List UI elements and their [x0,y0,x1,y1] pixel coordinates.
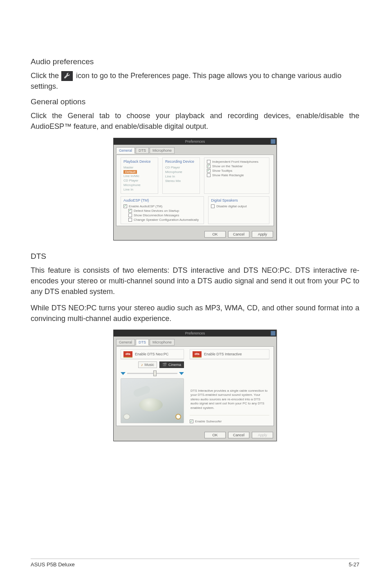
close-icon[interactable] [271,139,276,144]
footer-right: 5-27 [349,561,359,568]
slider-row[interactable] [121,372,184,375]
text-after-icon: icon to go to the Preferences page. This… [31,72,341,90]
checkbox-icon[interactable] [128,218,132,222]
checkbox-icon[interactable] [207,169,211,173]
mode-row: ♪ Music 🎬 Cinema [121,361,184,368]
para-general-desc: Click the General tab to choose your pla… [31,110,359,132]
list-item[interactable]: Line In/Mic [123,174,155,178]
check-row[interactable]: Show Disconnection Messages [123,213,201,218]
para-audio-prefs: Click the icon to go to the Preferences … [31,70,359,92]
check-row[interactable]: Disable digital output [211,204,267,209]
heading-dts: DTS [31,252,359,261]
arrow-down-icon [121,372,126,375]
slider-thumb[interactable] [153,370,157,376]
checkbox-icon[interactable] [211,204,215,208]
check-label: Detect New Devices on Startup [134,209,179,213]
checkbox-icon[interactable] [207,173,211,177]
enable-subwoofer-row[interactable]: Enable Subwoofer [190,420,269,423]
list-item[interactable]: Default [123,170,137,174]
cinema-button[interactable]: 🎬 Cinema [159,361,184,368]
enable-neo-pc-row[interactable]: dts Enable DTS Neo:PC [121,349,184,359]
list-item[interactable]: Master [123,165,155,170]
enable-interactive-label: Enable DTS Interactive [204,352,242,356]
preferences-dialog-general: Preferences General DTS Microphone Playb… [113,138,277,240]
check-label: Disable digital output [216,204,247,208]
tab-microphone[interactable]: Microphone [150,147,175,154]
page-footer: ASUS P5B Deluxe 5-27 [31,559,359,568]
tab-row: General DTS Microphone [116,339,274,346]
audio-esp-label: AudioESP (TM) [123,198,201,202]
cancel-button[interactable]: Cancel [228,432,249,438]
check-row[interactable]: Show Rate Rectangle [207,173,267,177]
cinema-label: Cinema [168,363,181,367]
close-icon[interactable] [271,331,276,336]
music-icon: ♪ [141,363,143,367]
check-label: Change Speaker Configuration Automatical… [134,218,199,222]
heading-audio-preferences: Audio preferences [31,57,359,66]
digital-speakers-group: Digital Speakers Disable digital output [208,196,269,224]
tab-row: General DTS Microphone [116,147,274,154]
dialog-title: Preferences [185,139,205,144]
text-click-the: Click the [31,72,59,80]
ok-button[interactable]: OK [204,231,226,238]
dts-logo-icon: dts [123,351,132,357]
preview-image [121,378,184,423]
preferences-dialog-dts: Preferences General DTS Microphone dts E… [113,330,277,441]
checkbox-icon[interactable] [128,209,132,213]
list-item[interactable]: CD Player [165,165,197,170]
recording-device-label: Recording Device [165,159,197,164]
digital-speakers-label: Digital Speakers [211,198,267,202]
dialog-button-row: OK Cancel Apply [114,429,276,441]
recording-device-group: Recording Device CD Player Microphone Li… [162,157,200,194]
tab-dts[interactable]: DTS [136,147,149,154]
checkbox-icon[interactable] [207,160,211,164]
checkbox-icon[interactable] [190,420,193,423]
dts-logo-icon: dts [193,351,202,357]
check-row[interactable]: Enable AudioESP (TM) [123,204,201,209]
cinema-icon: 🎬 [162,363,167,367]
list-item[interactable]: Line In [123,187,155,192]
tab-dts[interactable]: DTS [136,339,149,346]
list-item[interactable]: Line In [165,174,197,179]
heading-general-options: General options [31,97,359,106]
apply-button[interactable]: Apply [252,231,273,238]
playback-device-group: Playback Device Master Default Line In/M… [121,157,158,194]
checkbox-icon[interactable] [207,164,211,168]
para-dts-2: While DTS NEO:PC turns your stereo audio… [31,303,359,324]
check-label: Show on the Taskbar [212,164,243,168]
dts-left-column: dts Enable DTS Neo:PC ♪ Music 🎬 [121,349,184,423]
ok-button[interactable]: OK [204,432,226,438]
check-label: Independent Front Headphones [212,160,258,164]
check-label: Show Disconnection Messages [134,213,179,217]
tab-microphone[interactable]: Microphone [150,339,175,346]
preferences-icon [61,71,73,81]
list-item[interactable]: Microphone [123,183,155,187]
list-item[interactable]: Stereo Mix [165,179,197,183]
check-row[interactable]: Show on the Taskbar [207,164,267,168]
list-item[interactable]: CD Player [123,178,155,183]
check-row[interactable]: Show Tooltips [207,168,267,173]
check-row[interactable]: Change Speaker Configuration Automatical… [123,218,201,222]
playback-device-label: Playback Device [123,159,155,164]
dialog-titlebar: Preferences [114,330,276,337]
check-label: Show Rate Rectangle [212,173,244,177]
list-item[interactable]: Microphone [165,170,197,174]
dialog-button-row: OK Cancel Apply [114,229,276,240]
para-dts-1: This feature is consists of two elements… [31,265,359,297]
dts-right-column: dts Enable DTS Interactive DTS Interacti… [190,349,269,423]
check-row[interactable]: Independent Front Headphones [207,159,267,164]
enable-interactive-row[interactable]: dts Enable DTS Interactive [190,349,269,359]
music-button[interactable]: ♪ Music [138,361,157,368]
checkbox-icon[interactable] [128,213,132,217]
slider-track[interactable] [127,373,177,374]
dts-description: DTS Interactive provides a single cable … [190,389,269,411]
dialog-titlebar: Preferences [114,138,276,145]
check-label: Enable AudioESP (TM) [129,204,162,208]
cancel-button[interactable]: Cancel [228,231,249,238]
check-row[interactable]: Detect New Devices on Startup [123,209,201,213]
checkbox-icon[interactable] [123,204,127,208]
apply-button[interactable]: Apply [252,432,273,438]
tab-general[interactable]: General [116,339,135,346]
tab-general[interactable]: General [116,147,135,154]
enable-subwoofer-label: Enable Subwoofer [195,420,222,423]
